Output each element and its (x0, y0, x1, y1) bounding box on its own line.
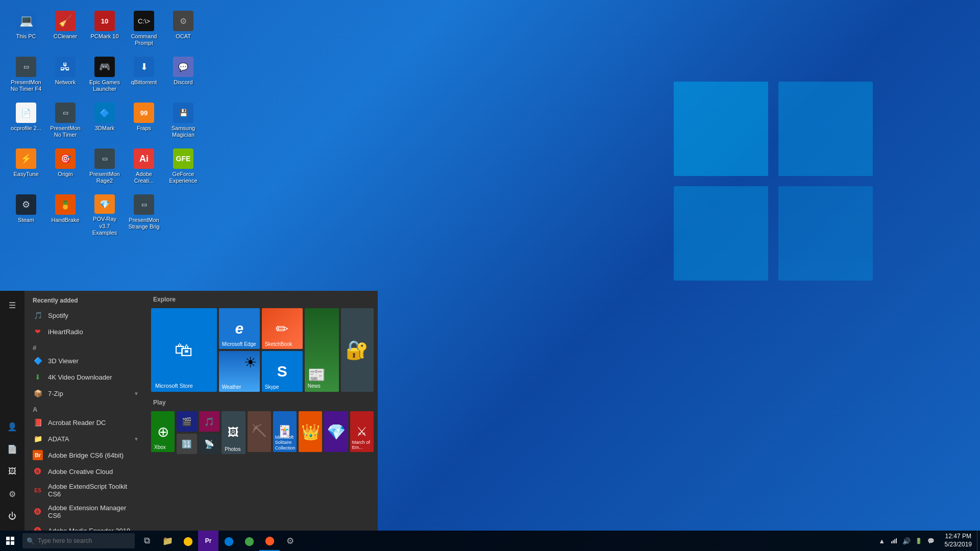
desktop-icon-presentmon-f4[interactable]: ▭ PresentMon No Timer F4 (8, 54, 44, 98)
svg-rect-7 (896, 538, 897, 543)
tile-jewels[interactable]: 💎 (324, 411, 348, 452)
start-settings-icon[interactable]: ⚙ (2, 484, 22, 504)
tray-network[interactable] (889, 531, 900, 551)
app-3d-viewer[interactable]: 🔷 3D Viewer (24, 353, 147, 369)
tile-connect[interactable]: 📡 (199, 434, 219, 454)
desktop-icon-ocat[interactable]: ⚙ OCAT (165, 8, 202, 53)
desktop-icon-povray[interactable]: 💎 POV-Ray v3.7 Examples (86, 191, 123, 236)
app-acrobat[interactable]: 📕 Acrobat Reader DC (24, 414, 147, 431)
4k-video-icon: ⬇ (33, 372, 43, 382)
taskbar-task-view[interactable]: ⧉ (137, 531, 157, 551)
adata-expand-icon: ▼ (134, 436, 139, 442)
app-adobe-extendscript[interactable]: ES Adobe ExtendScript Toolkit CS6 (24, 480, 147, 501)
desktop-icon-ccleaner[interactable]: 🧹 CCleaner (47, 8, 84, 53)
app-adobe-extension[interactable]: 🅐 Adobe Extension Manager CS6 (24, 501, 147, 522)
desktop-icon-this-pc[interactable]: 💻 This PC (8, 8, 44, 53)
tile-minecraft[interactable]: ⛏ (248, 411, 271, 452)
desktop-icon-presentmon-rage2[interactable]: ▭ PresentMon Rage2 (86, 145, 123, 190)
desktop-icon-samsung[interactable]: 💾 Samsung Magician (165, 99, 202, 144)
tray-notifications[interactable]: 💬 (925, 531, 937, 551)
acrobat-icon: 📕 (33, 417, 43, 428)
app-4k-video[interactable]: ⬇ 4K Video Downloader (24, 369, 147, 385)
windows-logo-desktop (674, 82, 888, 296)
tile-ms-store[interactable]: 🛍 Microsoft Store (151, 308, 217, 392)
start-user-icon[interactable]: 👤 (2, 416, 22, 437)
apps-list: 🎵 Spotify ❤ iHeartRadio # 🔷 3D Viewer ⬇ … (24, 307, 147, 531)
tile-march-empires[interactable]: ⚔ March of Em... (350, 411, 374, 452)
desktop: 💻 This PC 🧹 CCleaner 10 PCMark 10 C:\> C… (0, 0, 980, 551)
taskbar-settings[interactable]: ⚙ (280, 531, 300, 551)
section-a: A (24, 404, 147, 414)
taskbar-app-3[interactable]: ⬤ (259, 531, 280, 551)
start-hamburger[interactable]: ☰ (2, 295, 22, 315)
app-adobe-cc[interactable]: 🅐 Adobe Creative Cloud (24, 463, 147, 480)
desktop-icon-discord[interactable]: 💬 Discord (165, 54, 202, 98)
tile-ms-edge[interactable]: e Microsoft Edge (219, 308, 260, 349)
tile-email[interactable]: 🔐 (341, 308, 374, 392)
desktop-icon-ocprofile[interactable]: 📄 ocprofile 2... (8, 99, 44, 144)
app-adobe-bridge[interactable]: Br Adobe Bridge CS6 (64bit) (24, 447, 147, 463)
app-iheartradio[interactable]: ❤ iHeartRadio (24, 323, 147, 340)
adobe-extension-icon: 🅐 (33, 507, 43, 517)
tray-expand[interactable]: ▲ (876, 531, 888, 551)
svg-rect-4 (891, 541, 892, 543)
taskbar-file-explorer[interactable]: 📁 (157, 531, 178, 551)
section-hash: # (24, 342, 147, 353)
svg-rect-5 (893, 540, 894, 543)
tile-news[interactable]: 📰 News (305, 308, 339, 392)
taskbar-items: ⧉ 📁 ⬤ Pr ⬤ ⬤ ⬤ ⚙ (137, 531, 873, 551)
taskbar-search-icon: 🔍 (27, 537, 35, 545)
desktop-icon-presentmon-nt[interactable]: ▭ PresentMon No Timer (47, 99, 84, 144)
taskbar-search-bar[interactable]: 🔍 (22, 533, 135, 548)
taskbar-adobe-premiere[interactable]: Pr (198, 531, 218, 551)
start-pictures-icon[interactable]: 🖼 (2, 461, 22, 482)
taskbar-chrome[interactable]: ⬤ (178, 531, 198, 551)
taskbar-search-input[interactable] (38, 537, 127, 544)
start-button[interactable] (0, 531, 20, 551)
desktop-icon-handbrake[interactable]: 🍍 HandBrake (47, 191, 84, 236)
desktop-icon-epic[interactable]: 🎮 Epic Games Launcher (86, 54, 123, 98)
taskbar-app-1[interactable]: ⬤ (218, 531, 239, 551)
taskbar: 🔍 ⧉ 📁 ⬤ Pr ⬤ ⬤ ⬤ ⚙ ▲ 🔊 (0, 531, 980, 551)
tile-solitaire[interactable]: 🃏 MicrosoftSolitaire Collection (273, 411, 297, 452)
desktop-icon-fraps[interactable]: 99 Fraps (126, 99, 162, 144)
app-spotify[interactable]: 🎵 Spotify (24, 307, 147, 323)
tile-sketchbook[interactable]: ✏ SketchBook (262, 308, 303, 349)
app-adata[interactable]: 📁 ADATA ▼ (24, 431, 147, 447)
desktop-icon-presentmon-strange[interactable]: ▭ PresentMon Strange Brig (126, 191, 162, 236)
adata-icon: 📁 (33, 434, 43, 444)
tile-photos[interactable]: 🖼 Photos (222, 411, 245, 454)
tile-xbox[interactable]: ⊕ Xbox (151, 411, 175, 452)
desktop-icon-geforce[interactable]: GFE GeForce Experience (165, 145, 202, 190)
svg-rect-3 (11, 541, 14, 545)
taskbar-app-2[interactable]: ⬤ (239, 531, 259, 551)
recently-added-label: Recently added (24, 291, 147, 307)
desktop-icon-network[interactable]: 🖧 Network (47, 54, 84, 98)
tile-calculator[interactable]: 🔢 (177, 434, 197, 454)
tile-groove-music[interactable]: 🎵 (199, 411, 219, 432)
desktop-icon-qbittorrent[interactable]: ⬇ qBittorrent (126, 54, 162, 98)
tile-king[interactable]: 👑 (299, 411, 322, 452)
tile-movies-tv[interactable]: 🎬 (177, 411, 197, 432)
taskbar-clock[interactable]: 12:47 PM 5/23/2019 (940, 531, 977, 551)
desktop-icon-origin[interactable]: 🎯 Origin (47, 145, 84, 190)
show-desktop-button[interactable] (977, 531, 980, 551)
adobe-extendscript-icon: ES (33, 485, 43, 495)
tray-battery[interactable]: 🔋 (913, 531, 924, 551)
app-7zip[interactable]: 📦 7-Zip ▼ (24, 385, 147, 402)
start-documents-icon[interactable]: 📄 (2, 439, 22, 459)
desktop-icon-pcmark10[interactable]: 10 PCMark 10 (86, 8, 123, 53)
desktop-icon-command-prompt[interactable]: C:\> Command Prompt (126, 8, 162, 53)
tile-weather[interactable]: ☀ Weather (219, 351, 260, 392)
start-power-icon[interactable]: ⏻ (2, 506, 22, 527)
desktop-icon-3dmark[interactable]: 🔷 3DMark (86, 99, 123, 144)
svg-rect-2 (6, 541, 10, 545)
tray-volume[interactable]: 🔊 (901, 531, 912, 551)
desktop-icon-adobe-creative[interactable]: Ai Adobe Creati... (126, 145, 162, 190)
tile-skype[interactable]: S Skype (262, 351, 303, 392)
app-adobe-media[interactable]: 🅐 Adobe Media Encoder 2019 (24, 522, 147, 531)
play-label: Play (151, 398, 374, 409)
start-menu: ☰ 👤 📄 🖼 ⚙ ⏻ Recently added 🎵 Spotify ❤ i… (0, 291, 378, 531)
desktop-icon-steam[interactable]: ⚙ Steam (8, 191, 44, 236)
desktop-icon-easytune[interactable]: ⚡ EasyTune (8, 145, 44, 190)
